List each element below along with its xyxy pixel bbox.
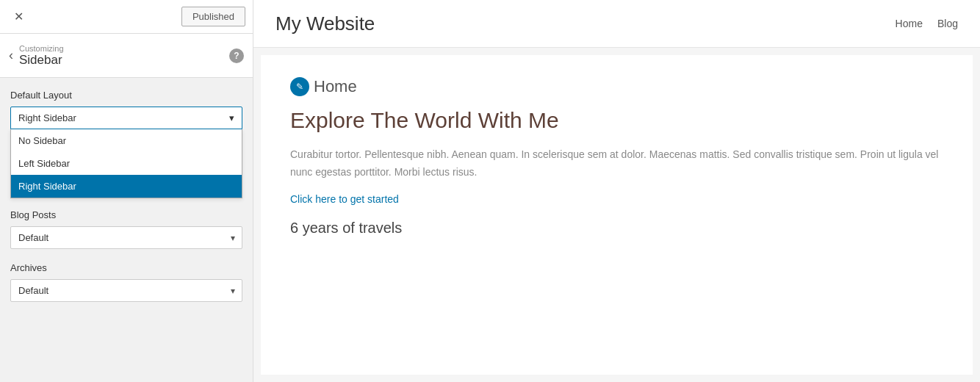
page-section-title: Home [314, 77, 357, 96]
default-layout-dropdown[interactable]: Right Sidebar ▾ No Sidebar Left Sidebar … [10, 107, 242, 129]
default-layout-arrow: ▾ [229, 112, 234, 123]
default-layout-list: No Sidebar Left Sidebar Right Sidebar [10, 129, 242, 198]
nav-home[interactable]: Home [896, 18, 923, 29]
option-right-sidebar[interactable]: Right Sidebar [11, 175, 242, 198]
customizing-label: Customizing [19, 44, 223, 53]
preview-area: My Website Home Blog ✎ Home Explore The … [253, 0, 980, 382]
published-button[interactable]: Published [181, 7, 245, 26]
site-header: My Website Home Blog [253, 0, 980, 48]
section-info: Customizing Sidebar [19, 44, 223, 68]
default-layout-label: Default Layout [10, 90, 242, 101]
panel-content: Default Layout Right Sidebar ▾ No Sideba… [0, 78, 253, 382]
default-layout-value: Right Sidebar [18, 112, 76, 123]
default-layout-trigger[interactable]: Right Sidebar ▾ [10, 107, 242, 129]
edit-icon[interactable]: ✎ [290, 77, 309, 96]
blog-posts-field: Blog Posts Default ▾ [10, 209, 242, 249]
site-content: ✎ Home Explore The World With Me Curabit… [261, 55, 973, 375]
option-left-sidebar[interactable]: Left Sidebar [11, 152, 242, 175]
default-layout-field: Default Layout Right Sidebar ▾ No Sideba… [10, 90, 242, 129]
back-button[interactable]: ‹ [9, 48, 13, 63]
section-header: ‹ Customizing Sidebar ? [0, 34, 253, 78]
archives-field: Archives Default ▾ [10, 262, 242, 302]
nav-blog[interactable]: Blog [937, 18, 958, 29]
site-nav: Home Blog [896, 18, 958, 29]
page-heading-row: ✎ Home [290, 77, 943, 96]
post-body: Curabitur tortor. Pellentesque nibh. Aen… [290, 146, 943, 181]
archives-label: Archives [10, 262, 242, 273]
blog-posts-dropdown: Default ▾ [10, 226, 242, 249]
help-icon[interactable]: ? [229, 48, 244, 63]
post-link[interactable]: Click here to get started [290, 193, 943, 205]
archives-select[interactable]: Default [10, 279, 242, 302]
top-bar: ✕ Published [0, 0, 253, 34]
blog-posts-select[interactable]: Default [10, 226, 242, 249]
option-no-sidebar[interactable]: No Sidebar [11, 129, 242, 152]
archives-dropdown: Default ▾ [10, 279, 242, 302]
close-button[interactable]: ✕ [7, 6, 29, 28]
customizer-panel: ✕ Published ‹ Customizing Sidebar ? Defa… [0, 0, 253, 382]
post-title: Explore The World With Me [290, 108, 943, 133]
blog-posts-label: Blog Posts [10, 209, 242, 220]
section-title: Sidebar [19, 53, 223, 68]
site-title: My Website [275, 12, 375, 35]
post-subtitle: 6 years of travels [290, 220, 943, 237]
